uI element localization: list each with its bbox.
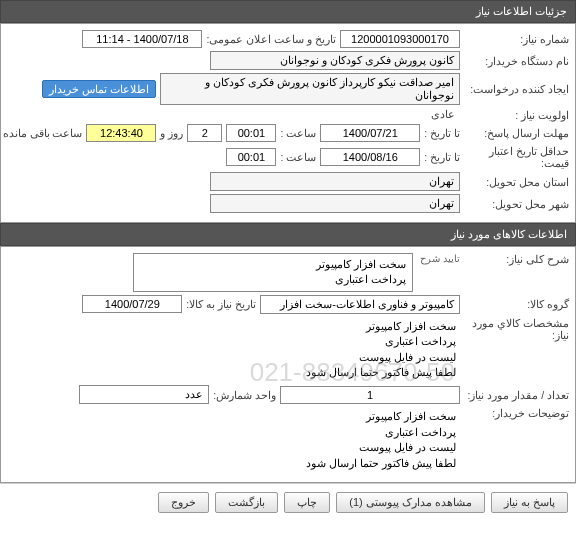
field-city: تهران xyxy=(210,194,460,213)
field-spec: سخت افزار کامپیوتر پرداخت اعتباری لیست د… xyxy=(180,317,460,383)
label-goods-group: گروه کالا: xyxy=(464,298,569,310)
field-need-desc: سخت افزار کامپیوتر پرداخت اعتباری xyxy=(133,253,413,292)
label-days-and: روز و xyxy=(160,127,183,139)
label-delivery-state: استان محل تحویل: xyxy=(464,176,569,188)
field-priority: عادی xyxy=(426,108,460,121)
label-need-goods-date: تاریخ نیاز به کالا: xyxy=(186,298,256,310)
label-time-1: ساعت : xyxy=(280,127,316,139)
label-min-validity: حداقل تاریخ اعتبار قیمت: xyxy=(464,145,569,169)
field-need-goods-date: 1400/07/29 xyxy=(82,295,182,313)
field-notes: سخت افزار کامپیوتر پرداخت اعتباری لیست د… xyxy=(180,407,460,473)
field-resp-time: 00:01 xyxy=(226,124,276,142)
label-creator: ایجاد کننده درخواست: xyxy=(464,83,569,95)
field-need-no: 1200001093000170 xyxy=(340,30,460,48)
field-unit: عدد xyxy=(79,385,209,404)
buyer-contact-button[interactable]: اطلاعات تماس خریدار xyxy=(42,80,156,98)
respond-button[interactable]: پاسخ به نیاز xyxy=(491,492,568,513)
back-button[interactable]: بازگشت xyxy=(215,492,278,513)
field-group: کامپیوتر و فناوری اطلاعات-سخت افزار xyxy=(260,295,460,314)
field-buyer-org: کانون پرورش فکری کودکان و نوجوانان xyxy=(210,51,460,70)
label-response-deadline: مهلت ارسال پاسخ: xyxy=(464,127,569,139)
label-to-date-1: تا تاریخ : xyxy=(424,127,460,139)
label-need-no: شماره نیاز: xyxy=(464,33,569,45)
field-creator: امیر صداقت نیکو کارپرداز کانون پرورش فکر… xyxy=(160,73,460,105)
field-countdown: 12:43:40 xyxy=(86,124,156,142)
goods-info-form: 021-88349670-50 شرح کلی نیاز: تایید شرح … xyxy=(0,246,576,483)
label-buyer-notes: توضیحات خریدار: xyxy=(464,407,569,419)
field-announce-dt: 1400/07/18 - 11:14 xyxy=(82,30,202,48)
field-valid-time: 00:01 xyxy=(226,148,276,166)
need-info-header: جزئیات اطلاعات نیاز xyxy=(0,0,576,23)
label-delivery-city: شهر محل تحویل: xyxy=(464,198,569,210)
field-valid-date: 1400/08/16 xyxy=(320,148,420,166)
label-hours-left: ساعت باقی مانده xyxy=(3,127,83,139)
label-announce-dt: تاریخ و ساعت اعلان عمومی: xyxy=(206,33,336,45)
label-time-2: ساعت : xyxy=(280,151,316,163)
field-qty: 1 xyxy=(280,386,460,404)
button-bar: پاسخ به نیاز مشاهده مدارک پیوستی (1) چاپ… xyxy=(0,483,576,521)
label-qty: تعداد / مقدار مورد نیاز: xyxy=(464,389,569,401)
label-goods-spec: مشخصات كالاي مورد نياز: xyxy=(464,317,569,341)
label-need-desc: شرح کلی نیاز: xyxy=(464,253,569,265)
label-unit: واحد شمارش: xyxy=(213,389,276,401)
attachments-button[interactable]: مشاهده مدارک پیوستی (1) xyxy=(336,492,485,513)
field-resp-date: 1400/07/21 xyxy=(320,124,420,142)
label-priority: اولویت نیاز : xyxy=(464,109,569,121)
desc-confirm-icon: تایید شرح xyxy=(420,253,460,264)
label-to-date-2: تا تاریخ : xyxy=(424,151,460,163)
need-info-form: شماره نیاز: 1200001093000170 تاریخ و ساع… xyxy=(0,23,576,223)
goods-info-header: اطلاعات کالاهای مورد نیاز xyxy=(0,223,576,246)
exit-button[interactable]: خروج xyxy=(158,492,209,513)
field-state: تهران xyxy=(210,172,460,191)
field-days-left: 2 xyxy=(187,124,222,142)
label-buyer-org: نام دستگاه خریدار: xyxy=(464,55,569,67)
print-button[interactable]: چاپ xyxy=(284,492,330,513)
